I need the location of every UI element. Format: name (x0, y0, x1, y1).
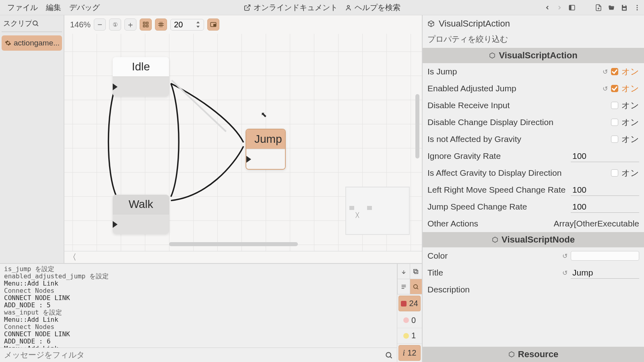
console-tool-3[interactable] (397, 279, 410, 294)
prop-description: Description (423, 281, 644, 298)
show-grid-button[interactable] (155, 19, 167, 31)
menu-file[interactable]: ファイル (3, 1, 42, 14)
zoom-in-button[interactable]: ＋ (124, 19, 136, 31)
port-in-icon[interactable] (113, 83, 118, 91)
color-swatch[interactable] (571, 251, 639, 261)
section-visualscriptaction[interactable]: VisualScriptAction (423, 48, 644, 63)
console-filter-warnings[interactable]: 24 (398, 296, 421, 311)
prop-is-jump: Is Jump ↺ オン (423, 63, 644, 80)
search-icon[interactable] (32, 20, 60, 27)
node-title: Jump (246, 130, 285, 149)
svg-point-8 (637, 7, 638, 8)
number-input[interactable] (571, 150, 639, 162)
svg-point-7 (637, 5, 638, 6)
online-docs-link[interactable]: オンラインドキュメント (244, 2, 338, 13)
number-input[interactable] (571, 184, 639, 196)
number-input[interactable] (571, 201, 639, 213)
spinner-icon[interactable] (196, 21, 200, 29)
prop-ignore-gravity-rate: Ignore Gravity Rate (423, 148, 644, 165)
warning-count: 24 (409, 299, 418, 308)
checkbox[interactable] (611, 169, 618, 177)
prop-enabled-adjusted-jump: Enabled Adjusted Jump ↺ オン (423, 80, 644, 97)
zoom-reset-button[interactable]: ① (109, 19, 121, 31)
error-count: 0 (411, 316, 416, 325)
node-idle[interactable]: Idle (113, 57, 169, 97)
text-input[interactable] (571, 267, 639, 279)
svg-line-25 (417, 288, 418, 289)
svg-rect-22 (415, 270, 418, 274)
checkbox[interactable] (611, 136, 618, 143)
grid-size-spinner[interactable] (170, 19, 204, 31)
section-resource[interactable]: Resource (423, 347, 644, 362)
reset-button[interactable]: ↺ (562, 252, 568, 260)
reset-button[interactable]: ↺ (603, 68, 608, 76)
new-file-button[interactable] (595, 4, 602, 11)
checkbox[interactable] (611, 119, 618, 126)
svg-rect-5 (623, 5, 625, 6)
svg-rect-6 (623, 8, 626, 10)
panel-toggle-button[interactable] (568, 4, 576, 11)
help-label: ヘルプを検索 (355, 2, 400, 13)
console-log: is_jump を設定enabled_adjusted_jump を設定Menu… (0, 264, 397, 348)
console-filter-info[interactable]: i 12 (398, 345, 421, 361)
svg-line-21 (390, 356, 392, 358)
nav-forward-button[interactable] (556, 4, 563, 11)
console-filter-errors[interactable]: 0 (397, 313, 422, 328)
console-search-toggle[interactable] (410, 279, 422, 294)
svg-point-0 (347, 5, 349, 7)
section-icon (508, 351, 515, 358)
node-walk[interactable]: Walk (113, 195, 169, 234)
property-filter[interactable]: プロパティを絞り込む (423, 32, 644, 48)
port-in-icon[interactable] (246, 155, 251, 163)
console-tool-2[interactable] (410, 264, 422, 279)
open-file-button[interactable] (608, 4, 615, 11)
cursor-icon: ⬉ (261, 110, 267, 119)
object-icon (427, 20, 435, 27)
svg-point-24 (414, 284, 417, 288)
reset-button[interactable]: ↺ (562, 269, 568, 277)
svg-marker-17 (196, 26, 200, 28)
save-button[interactable] (621, 4, 628, 11)
zoom-out-button[interactable]: − (94, 19, 106, 31)
menu-edit[interactable]: 編集 (42, 1, 65, 14)
prop-lr-move-speed: Left Right Move Speed Change Rate (423, 181, 644, 198)
kebab-menu-button[interactable] (634, 4, 641, 11)
prop-not-affected-gravity: Is not Affected by Gravity オン (423, 131, 644, 148)
svg-rect-15 (147, 25, 149, 27)
svg-point-10 (33, 21, 37, 25)
vertical-scrollbar[interactable] (415, 94, 419, 158)
snap-grid-button[interactable] (140, 19, 152, 31)
checkbox[interactable] (611, 102, 618, 109)
svg-rect-13 (147, 22, 149, 24)
yellow-icon (403, 333, 409, 339)
port-in-icon[interactable] (113, 220, 118, 228)
prop-jump-speed: Jump Speed Change Rate (423, 198, 644, 215)
prop-color: Color ↺ (423, 247, 644, 264)
menu-debug[interactable]: デバッグ (65, 1, 104, 14)
svg-line-11 (37, 25, 38, 26)
console-filter-input[interactable] (4, 350, 385, 360)
grid-size-input[interactable] (174, 20, 193, 29)
svg-point-9 (637, 9, 638, 10)
console-filter-yellow[interactable]: 1 (397, 328, 422, 344)
console-tool-1[interactable] (397, 264, 410, 279)
horizontal-scrollbar[interactable] (169, 242, 298, 246)
nav-back-button[interactable] (544, 4, 551, 11)
prop-disable-receive-input: Disable Receive Input オン (423, 97, 644, 114)
section-visualscriptnode[interactable]: VisualScriptNode (423, 232, 644, 247)
sidebar-item-actiongame[interactable]: actiongame... (2, 35, 62, 51)
chevron-left-icon[interactable]: 〈 (68, 252, 76, 263)
node-title: Idle (113, 57, 169, 76)
checkbox[interactable] (611, 85, 618, 92)
reset-button[interactable]: ↺ (603, 85, 608, 93)
minimap[interactable]: ᚷ (345, 187, 410, 235)
help-link[interactable]: ヘルプを検索 (345, 2, 400, 13)
search-icon[interactable] (385, 351, 393, 359)
zoom-level: 146% (70, 20, 91, 29)
node-jump[interactable]: Jump (246, 129, 286, 170)
inspector-class: VisualScriptAction (439, 19, 510, 29)
checkbox[interactable] (611, 68, 618, 75)
graph-canvas[interactable]: Idle Walk Jump ⬉ (64, 34, 422, 251)
minimap-toggle-button[interactable] (207, 19, 219, 31)
section-icon (489, 52, 495, 59)
